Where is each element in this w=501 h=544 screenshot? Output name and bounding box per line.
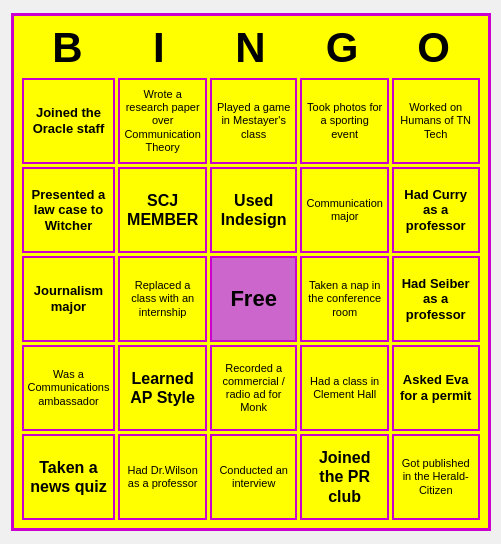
bingo-cell-4[interactable]: Worked on Humans of TN Tech [392,78,480,164]
bingo-cell-1[interactable]: Wrote a research paper over Communicatio… [118,78,206,164]
bingo-cell-12[interactable]: Free [210,256,298,342]
bingo-cell-24[interactable]: Got published in the Herald-Citizen [392,434,480,520]
bingo-letter-n: N [207,24,293,72]
bingo-letter-g: G [299,24,385,72]
bingo-cell-6[interactable]: SCJ MEMBER [118,167,206,253]
bingo-cell-7[interactable]: Used Indesign [210,167,298,253]
bingo-cell-22[interactable]: Conducted an interview [210,434,298,520]
bingo-card: BINGO Joined the Oracle staffWrote a res… [11,13,491,531]
bingo-cell-10[interactable]: Journalism major [22,256,116,342]
bingo-cell-23[interactable]: Joined the PR club [300,434,388,520]
bingo-cell-14[interactable]: Had Seiber as a professor [392,256,480,342]
bingo-letter-b: B [24,24,110,72]
bingo-cell-0[interactable]: Joined the Oracle staff [22,78,116,164]
bingo-cell-8[interactable]: Communication major [300,167,388,253]
bingo-cell-20[interactable]: Taken a news quiz [22,434,116,520]
bingo-cell-17[interactable]: Recorded a commercial / radio ad for Mon… [210,345,298,431]
bingo-cell-5[interactable]: Presented a law case to Witcher [22,167,116,253]
bingo-cell-3[interactable]: Took photos for a sporting event [300,78,388,164]
bingo-letter-i: I [116,24,202,72]
bingo-cell-19[interactable]: Asked Eva for a permit [392,345,480,431]
bingo-cell-16[interactable]: Learned AP Style [118,345,206,431]
bingo-cell-13[interactable]: Taken a nap in the conference room [300,256,388,342]
bingo-header: BINGO [22,24,480,72]
bingo-cell-21[interactable]: Had Dr.Wilson as a professor [118,434,206,520]
bingo-grid: Joined the Oracle staffWrote a research … [22,78,480,520]
bingo-cell-18[interactable]: Had a class in Clement Hall [300,345,388,431]
bingo-letter-o: O [391,24,477,72]
bingo-cell-2[interactable]: Played a game in Mestayer's class [210,78,298,164]
bingo-cell-11[interactable]: Replaced a class with an internship [118,256,206,342]
bingo-cell-15[interactable]: Was a Communications ambassador [22,345,116,431]
bingo-cell-9[interactable]: Had Curry as a professor [392,167,480,253]
